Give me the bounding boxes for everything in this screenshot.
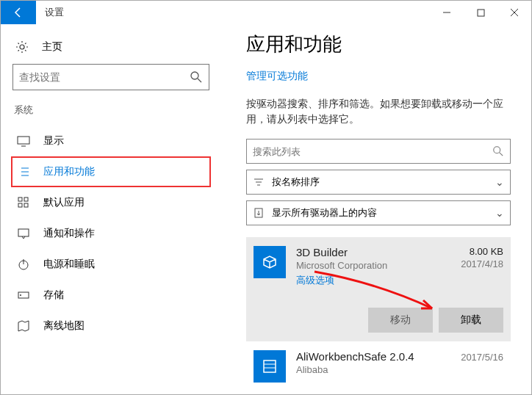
nav-label: 离线地图 [43,319,85,333]
svg-line-23 [500,153,503,156]
titlebar: 设置 [1,1,531,24]
grid-icon [17,196,30,209]
map-icon [17,319,30,333]
uninstall-button[interactable]: 卸载 [439,308,503,333]
search-icon [492,145,504,157]
settings-search-input[interactable] [19,71,190,83]
storage-icon [17,289,30,302]
app-item[interactable]: AliWorkbenchSafe 2.0.4 Alibaba 2017/5/16 [246,341,511,391]
app-search-input[interactable] [253,146,492,157]
gear-icon [15,40,29,54]
advanced-options-link[interactable]: 高级选项 [296,274,450,287]
nav-notifications[interactable]: 通知和操作 [12,218,209,249]
sort-icon [253,176,265,188]
svg-rect-16 [24,203,28,207]
nav-label: 显示 [43,134,64,148]
app-item-selected[interactable]: 3D Builder Microsoft Corporation 高级选项 8.… [246,237,511,341]
nav-label: 应用和功能 [43,165,95,178]
nav-label: 默认应用 [43,196,85,209]
nav-display[interactable]: 显示 [12,126,209,156]
nav-default-apps[interactable]: 默认应用 [12,187,209,218]
svg-rect-17 [18,229,29,236]
search-icon [190,70,203,84]
nav-label: 电源和睡眠 [43,258,95,271]
monitor-icon [17,134,30,148]
minimize-button[interactable] [430,1,464,24]
app-search[interactable] [246,139,511,164]
app-icon [254,350,286,383]
nav-storage[interactable]: 存储 [12,280,209,311]
app-name: 3D Builder [296,246,450,258]
back-button[interactable] [1,1,36,24]
description: 按驱动器搜索、排序和筛选。如果想要卸载或移动一个应用，请从列表中选择它。 [246,96,511,127]
nav-label: 存储 [43,289,64,302]
svg-point-21 [20,294,21,296]
chevron-down-icon: ⌄ [495,176,504,188]
manage-optional-link[interactable]: 管理可选功能 [246,70,308,83]
sort-dropdown[interactable]: 按名称排序 ⌄ [246,170,511,195]
window-title: 设置 [45,6,64,19]
svg-line-4 [198,79,201,82]
home-label: 主页 [42,40,62,54]
app-date: 2017/5/16 [461,352,503,363]
app-item[interactable]: 🍬 Candy Crush Soda Saga king.com 195 MB … [246,391,511,394]
drive-icon [253,207,265,219]
drive-label: 显示所有驱动器上的内容 [272,206,495,220]
app-icon [254,246,286,278]
svg-point-3 [191,72,198,79]
main-panel: 应用和功能 管理可选功能 按驱动器搜索、排序和筛选。如果想要卸载或移动一个应用，… [221,24,531,394]
nav-apps-features[interactable]: 应用和功能 [11,156,211,187]
svg-rect-14 [24,198,28,201]
svg-rect-15 [18,203,22,207]
app-name: AliWorkbenchSafe 2.0.4 [296,350,450,363]
move-button[interactable]: 移动 [368,308,433,333]
svg-point-22 [494,147,500,153]
nav-offline-maps[interactable]: 离线地图 [12,311,209,341]
notification-icon [17,227,30,240]
settings-search[interactable] [12,64,209,90]
maximize-button[interactable] [464,1,497,24]
svg-rect-1 [478,10,484,16]
close-button[interactable] [497,1,531,24]
sort-label: 按名称排序 [272,175,495,189]
home-nav[interactable]: 主页 [12,35,209,64]
svg-rect-29 [264,360,276,372]
power-icon [17,258,30,271]
nav-power-sleep[interactable]: 电源和睡眠 [12,249,209,280]
sidebar: 主页 系统 显示 应用和功能 默认应用 通知和操作 电源和睡眠 存 [1,24,221,394]
drive-dropdown[interactable]: 显示所有驱动器上的内容 ⌄ [246,200,511,225]
app-publisher: Alibaba [296,364,450,375]
app-publisher: Microsoft Corporation [296,260,450,271]
chevron-down-icon: ⌄ [495,207,504,219]
app-date: 2017/4/18 [461,258,503,269]
nav-label: 通知和操作 [43,227,95,240]
page-heading: 应用和功能 [246,32,511,57]
list-icon [17,165,30,178]
app-size: 8.00 KB [461,246,503,257]
svg-point-2 [20,45,24,49]
section-label: 系统 [14,104,209,117]
svg-rect-13 [18,198,22,201]
svg-rect-5 [18,137,29,144]
